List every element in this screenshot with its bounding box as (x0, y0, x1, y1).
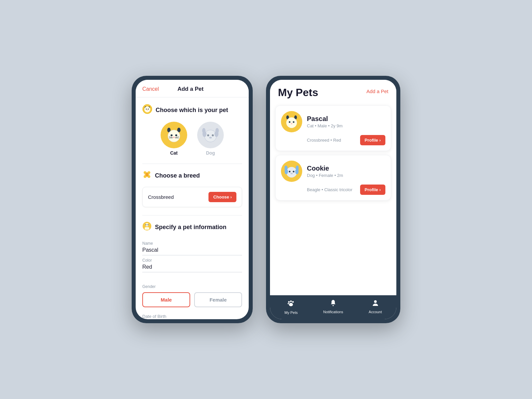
cookie-color: Classic tricolor (324, 187, 352, 192)
svg-point-9 (168, 130, 180, 142)
account-icon (372, 299, 379, 309)
choose-pet-emoji (142, 104, 152, 116)
cookie-age: 2m (337, 173, 343, 178)
svg-point-23 (202, 131, 206, 137)
breed-value: Crossbreed (148, 194, 174, 200)
dog-type-option[interactable]: Dog (197, 122, 224, 156)
svg-point-41 (291, 123, 293, 124)
cookie-gender: Female (319, 173, 333, 178)
nav-my-pets-label: My Pets (284, 311, 298, 315)
svg-point-50 (288, 301, 290, 303)
choose-breed-section-header: Choose a breed (142, 170, 242, 182)
pet-cards-container: Pascal Cat • Male • 2y 9m (270, 102, 396, 295)
choose-breed-title: Choose a breed (155, 172, 200, 179)
choose-breed-button[interactable]: Choose › (208, 192, 236, 202)
my-pets-screen: My Pets Add a Pet (270, 80, 396, 319)
svg-point-56 (374, 300, 377, 303)
nav-notifications[interactable]: Notifications (312, 299, 354, 315)
cookie-dot2: • (334, 173, 337, 178)
svg-point-49 (295, 169, 299, 174)
svg-point-20 (207, 134, 209, 136)
paw-icon (287, 299, 295, 309)
svg-point-35 (148, 224, 149, 225)
svg-point-53 (288, 303, 289, 304)
svg-point-11 (175, 134, 177, 136)
svg-point-38 (286, 117, 297, 128)
nav-my-pets[interactable]: My Pets (270, 299, 312, 315)
cat-type-label: Cat (170, 150, 178, 156)
cookie-name: Cookie (307, 165, 385, 172)
pascal-name: Pascal (307, 115, 385, 123)
svg-point-48 (285, 169, 288, 174)
cookie-info: Cookie Dog • Female • 2m (307, 165, 385, 178)
svg-point-3 (144, 106, 150, 112)
cookie-breed-color: Beagle • Classic tricolor (307, 187, 352, 192)
cookie-breed: Beagle (307, 187, 320, 192)
pet-type-row: Cat (142, 122, 242, 156)
bottom-navigation: My Pets Notifications (270, 295, 396, 319)
pascal-type: Cat (307, 123, 314, 128)
svg-point-45 (289, 171, 291, 173)
pascal-info: Pascal Cat • Male • 2y 9m (307, 115, 385, 128)
svg-point-40 (293, 121, 295, 123)
pascal-details: Cat • Male • 2y 9m (307, 123, 385, 128)
cookie-card-bottom: Beagle • Classic tricolor Profile › (281, 185, 385, 195)
name-field-label: Name (142, 241, 242, 246)
cancel-button[interactable]: Cancel (142, 86, 159, 92)
svg-point-19 (204, 130, 216, 142)
nav-notifications-label: Notifications (323, 310, 343, 314)
svg-point-22 (209, 137, 212, 139)
svg-point-54 (289, 303, 293, 306)
pascal-avatar (281, 111, 302, 132)
pet-card-pascal-top: Pascal Cat • Male • 2y 9m (281, 111, 385, 132)
pascal-breed: Crossbreed (307, 138, 329, 143)
cookie-avatar (281, 161, 302, 182)
breed-row: Crossbreed Choose › (142, 187, 242, 207)
cookie-dot1: • (316, 173, 319, 178)
nav-account-label: Account (369, 310, 382, 314)
female-button[interactable]: Female (194, 292, 242, 307)
form-header: Cancel Add a Pet (136, 80, 249, 97)
male-button[interactable]: Male (142, 292, 190, 307)
gender-buttons: Male Female (142, 292, 242, 307)
gender-label: Gender (142, 284, 242, 289)
dob-label: Date of Birth (142, 314, 242, 319)
pascal-breed-color: Crossbreed • Red (307, 138, 341, 143)
add-pet-link[interactable]: Add a Pet (366, 88, 388, 94)
bell-icon (330, 299, 337, 309)
pet-card-cookie: Cookie Dog • Female • 2m (275, 155, 391, 200)
pascal-gender: Male (318, 123, 327, 128)
cat-type-option[interactable]: Cat (161, 122, 187, 156)
breed-emoji (142, 170, 152, 182)
svg-point-10 (171, 134, 173, 136)
cat-icon-circle (161, 122, 187, 148)
color-field-group: Color (142, 255, 242, 272)
dob-section: Date of Birth (142, 314, 242, 319)
nav-account[interactable]: Account (354, 299, 396, 315)
svg-point-24 (214, 131, 218, 137)
svg-point-47 (291, 173, 293, 174)
svg-point-52 (292, 301, 294, 303)
pet-info-fields: Name Color (142, 238, 242, 272)
cookie-profile-button[interactable]: Profile › (360, 185, 385, 195)
pet-info-emoji (142, 221, 152, 233)
pascal-color: Red (333, 138, 341, 143)
divider-2 (142, 215, 242, 215)
dog-icon-circle (197, 122, 224, 148)
pascal-dot1: • (315, 123, 318, 128)
choose-pet-title: Choose which is your pet (156, 107, 228, 114)
divider-1 (142, 164, 242, 164)
svg-point-30 (145, 173, 149, 177)
svg-point-34 (146, 224, 147, 225)
my-pets-title: My Pets (278, 86, 318, 99)
pet-card-cookie-top: Cookie Dog • Female • 2m (281, 161, 385, 182)
cookie-details: Dog • Female • 2m (307, 173, 385, 178)
color-input[interactable] (142, 264, 242, 270)
svg-point-5 (148, 109, 149, 110)
pascal-age: 2y 9m (331, 123, 342, 128)
list-header: My Pets Add a Pet (270, 80, 396, 102)
name-input[interactable] (142, 247, 242, 253)
pascal-profile-button[interactable]: Profile › (360, 135, 385, 145)
svg-point-21 (212, 134, 214, 136)
choose-pet-section-header: Choose which is your pet (142, 104, 242, 116)
